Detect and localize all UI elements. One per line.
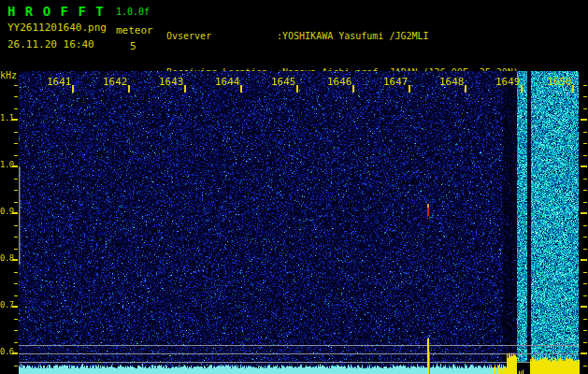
tick-mark [583, 143, 587, 144]
tick-mark [581, 352, 587, 354]
tick-mark [14, 225, 18, 226]
tick-mark [583, 342, 587, 343]
tick-mark [14, 85, 18, 86]
tick-mark [583, 108, 587, 109]
tick-mark [14, 342, 18, 343]
tick-mark [581, 119, 587, 121]
tick-mark [583, 96, 587, 97]
tick-mark [14, 366, 18, 367]
tick-mark [583, 295, 587, 296]
tick-mark [12, 259, 18, 261]
tick-mark [583, 190, 587, 191]
tick-mark [583, 319, 587, 320]
tick-mark [12, 306, 18, 308]
freq-tick-label: 0.7 [0, 300, 12, 310]
tick-mark [581, 165, 587, 167]
tick-mark [14, 202, 18, 203]
freq-tick-label: 0.8 [0, 253, 12, 264]
tick-mark [14, 272, 18, 273]
tick-mark [583, 283, 587, 284]
tick-mark [14, 330, 18, 331]
timestamp: 26.11.20 16:40 [7, 38, 94, 50]
tick-mark [14, 132, 18, 133]
tick-mark [583, 237, 587, 237]
tick-mark [583, 272, 587, 273]
tick-mark [14, 143, 18, 144]
tick-mark [14, 283, 18, 284]
tick-mark [583, 225, 587, 226]
app-title: H R O F F T [7, 4, 105, 19]
tick-mark [14, 96, 18, 97]
tick-mark [14, 190, 18, 191]
freq-tick-label: 0.9 [0, 207, 12, 217]
tick-mark [14, 108, 18, 109]
freq-axis-unit: kHz [0, 70, 17, 80]
tick-mark [14, 249, 18, 250]
tick-mark [581, 306, 587, 308]
spectrogram-canvas [19, 71, 580, 374]
tick-mark [583, 330, 587, 331]
tick-mark [12, 352, 18, 354]
tick-mark [14, 155, 18, 156]
tick-mark [583, 366, 587, 367]
tick-mark [12, 119, 18, 121]
tick-mark [583, 249, 587, 250]
output-filename: YY2611201640.png [7, 22, 107, 34]
tick-mark [583, 155, 587, 156]
tick-mark [581, 212, 587, 214]
tick-mark [14, 319, 18, 320]
tick-mark [12, 212, 18, 214]
tick-mark [14, 237, 18, 237]
tick-mark [583, 85, 587, 86]
freq-tick-label: 1.0 [0, 160, 12, 170]
tick-mark [14, 179, 18, 180]
freq-tick-label: 1.1 [0, 113, 12, 123]
freq-tick-label: 0.6 [0, 347, 12, 357]
app-version: 1.0.0f [116, 7, 150, 17]
info-label: Ovserver [166, 30, 277, 42]
tick-mark [12, 165, 18, 167]
info-row-observer: Ovserver:YOSHIKAWA Yasufumi /JG2MLI [166, 30, 519, 42]
hrofft-window: H R O F F T 1.0.0f YY2611201640.png mete… [0, 0, 588, 374]
tick-mark [581, 259, 587, 261]
mode-label: meteor [116, 24, 153, 36]
info-value: :YOSHIKAWA Yasufumi /JG2MLI [277, 31, 429, 41]
tick-mark [583, 179, 587, 180]
tick-mark [14, 295, 18, 296]
tick-mark [583, 202, 587, 203]
tick-mark [583, 132, 587, 133]
meteor-count: 5 [130, 40, 136, 52]
